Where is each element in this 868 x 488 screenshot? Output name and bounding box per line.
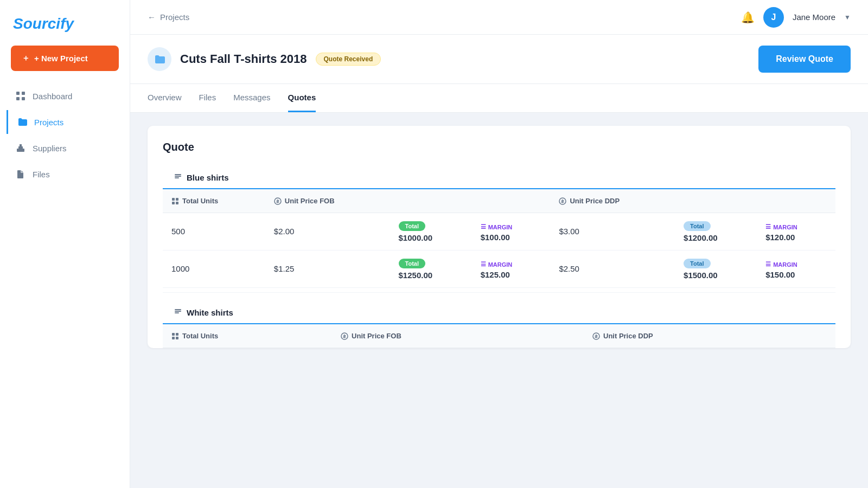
blue-shirts-tab[interactable]: Blue shirts	[163, 166, 240, 189]
tab-overview-label: Overview	[148, 93, 182, 102]
fob-price-row2: $1.25	[265, 251, 390, 288]
stack-icon: ☰	[481, 223, 486, 230]
back-button[interactable]: ← Projects	[148, 12, 189, 22]
white-shirts-header-row: Total Units Unit Price FOB	[163, 324, 835, 348]
svg-rect-16	[175, 309, 181, 310]
tabs-bar: Overview Files Messages Quotes	[130, 84, 868, 113]
folder-icon	[154, 53, 165, 65]
fob-price-row1: $2.00	[265, 213, 390, 251]
page-header: Cuts Fall T-shirts 2018 Quote Received R…	[130, 35, 868, 84]
ddp-price-row1: $3.00	[550, 213, 675, 251]
svg-rect-3	[22, 97, 25, 100]
ddp-icon	[559, 197, 566, 205]
tab-overview[interactable]: Overview	[148, 84, 182, 112]
sidebar-label-dashboard: Dashboard	[33, 92, 72, 101]
margin-fob-badge-2: ☰ MARGIN	[481, 261, 513, 268]
margin-fob-value-2: $125.00	[481, 270, 542, 279]
col-total-units: Total Units	[163, 189, 265, 213]
svg-rect-12	[172, 202, 175, 204]
ws-col-fob-totals	[538, 324, 584, 348]
quote-card: Quote Blue shirts	[148, 126, 851, 348]
ddp-price-row2: $2.50	[550, 251, 675, 288]
tab-files-label: Files	[199, 93, 216, 102]
units-1000: 1000	[163, 251, 265, 288]
units-value-2: 1000	[171, 264, 189, 273]
blue-shirts-table: Total Units Unit Price FOB	[163, 189, 835, 288]
notification-bell-icon[interactable]: 🔔	[741, 11, 755, 24]
logo: Sourcify	[13, 15, 74, 32]
svg-rect-8	[175, 176, 181, 177]
col-unit-price-fob-label: Unit Price FOB	[285, 197, 335, 205]
sidebar-label-suppliers: Suppliers	[33, 144, 67, 153]
projects-icon	[17, 117, 28, 127]
svg-rect-10	[172, 198, 175, 201]
svg-rect-21	[172, 337, 175, 339]
margin-fob-value: $100.00	[481, 233, 542, 242]
tab-messages[interactable]: Messages	[233, 84, 270, 112]
ws-col-total-units: Total Units	[163, 324, 332, 348]
col-fob-totals	[390, 189, 551, 213]
margin-ddp-badge-2: ☰ MARGIN	[765, 261, 797, 268]
ws-col-ddp-totals	[789, 324, 835, 348]
margin-fob-badge: ☰ MARGIN	[481, 223, 513, 230]
margin-fob-label-2: MARGIN	[488, 261, 513, 268]
product-section-blue-shirts: Blue shirts Total Units	[163, 166, 835, 288]
project-icon-wrap	[148, 47, 171, 71]
fob-icon	[274, 197, 282, 205]
svg-rect-22	[176, 337, 178, 339]
margin-ddp-value: $120.00	[765, 233, 827, 242]
stack-icon-2: ☰	[765, 223, 771, 230]
new-project-button[interactable]: ＋ + New Project	[11, 46, 119, 71]
white-shirts-table: Total Units Unit Price FOB	[163, 324, 835, 348]
svg-rect-7	[175, 174, 181, 175]
svg-rect-11	[176, 198, 178, 201]
ws-col-unit-price-ddp-label: Unit Price DDP	[603, 332, 653, 340]
ddp-margin-row1: ☰ MARGIN $120.00	[757, 213, 835, 251]
quote-section-title: Quote	[163, 141, 835, 153]
table-row: 500 $2.00 Total $1000.00 ☰ MARGIN	[163, 213, 835, 251]
sidebar-item-files[interactable]: Files	[7, 162, 123, 186]
fob-total-row2: Total $1250.00	[390, 251, 472, 288]
avatar-initial: J	[771, 12, 776, 22]
sidebar-item-suppliers[interactable]: Suppliers	[7, 136, 123, 160]
product-icon-white	[174, 307, 182, 318]
ddp-margin-row2: ☰ MARGIN $150.00	[757, 251, 835, 288]
topbar: ← Projects 🔔 J Jane Moore ▼	[130, 0, 868, 35]
col-unit-price-ddp-label: Unit Price DDP	[570, 197, 620, 205]
tab-quotes[interactable]: Quotes	[288, 84, 316, 112]
ws-col-unit-price-fob-label: Unit Price FOB	[352, 332, 401, 340]
tab-files[interactable]: Files	[199, 84, 216, 112]
sidebar-label-files: Files	[33, 170, 50, 179]
topbar-right: 🔔 J Jane Moore ▼	[741, 7, 851, 28]
total-fob-badge-2: Total	[399, 259, 425, 268]
margin-ddp-label: MARGIN	[773, 224, 797, 230]
white-shirts-label: White shirts	[187, 308, 233, 317]
ws-col-total-units-label: Total Units	[182, 332, 218, 340]
ws-col-unit-price-ddp: Unit Price DDP	[584, 324, 789, 348]
sidebar-item-projects[interactable]: Projects	[7, 110, 123, 134]
back-arrow-icon: ←	[148, 12, 156, 22]
blue-shirts-label: Blue shirts	[187, 173, 229, 182]
review-quote-label: Review Quote	[776, 54, 833, 63]
margin-ddp-value-2: $150.00	[765, 270, 827, 279]
project-title: Cuts Fall T-shirts 2018	[180, 52, 307, 66]
margin-ddp-label-2: MARGIN	[773, 261, 797, 268]
white-shirts-tab[interactable]: White shirts	[163, 301, 244, 324]
margin-fob-label: MARGIN	[488, 224, 513, 230]
total-fob-value: $1000.00	[399, 233, 463, 242]
col-ddp-totals	[675, 189, 835, 213]
total-ddp-value-2: $1500.00	[684, 271, 748, 280]
ddp-price-value-2: $2.50	[559, 264, 579, 273]
sidebar-nav: Dashboard Projects Suppliers Files	[0, 84, 130, 186]
review-quote-button[interactable]: Review Quote	[758, 46, 851, 73]
sidebar-item-dashboard[interactable]: Dashboard	[7, 84, 123, 108]
content-area: Quote Blue shirts	[130, 113, 868, 488]
svg-rect-2	[16, 97, 20, 100]
svg-rect-18	[175, 312, 179, 313]
fob-price-value: $2.00	[274, 227, 295, 236]
tab-messages-label: Messages	[233, 93, 270, 102]
svg-rect-6	[20, 144, 22, 147]
logo-area: Sourcify	[0, 0, 130, 46]
stack-icon-4: ☰	[765, 261, 771, 268]
product-section-white-shirts: White shirts Total Units	[163, 292, 835, 348]
